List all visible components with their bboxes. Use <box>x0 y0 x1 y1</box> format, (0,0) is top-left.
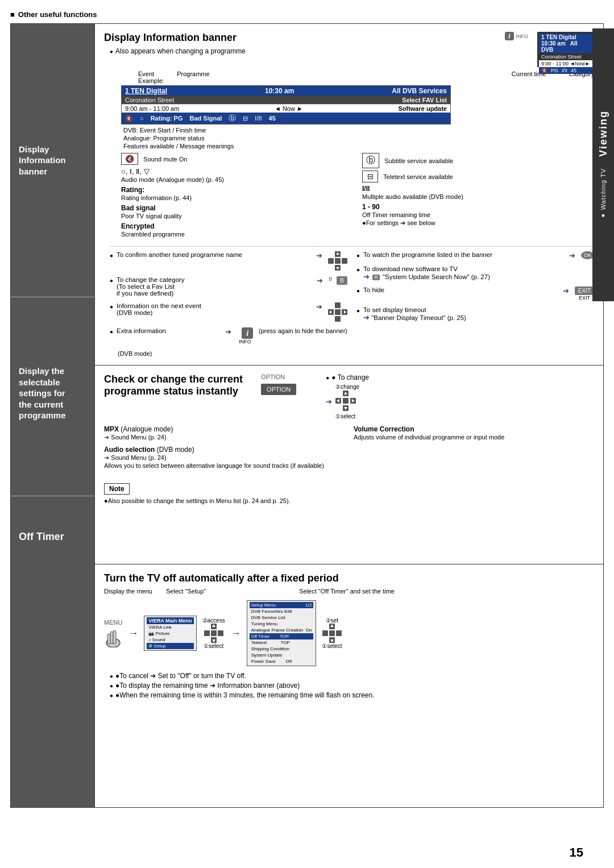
banner-signal: Bad Signal <box>190 115 222 122</box>
flow-dpad2: ②set ①select <box>322 617 342 649</box>
keys-section: To confirm another tuned programme name … <box>110 246 594 357</box>
audio-mode-symbol: ○, Ⅰ, Ⅱ, ▽ <box>121 167 150 176</box>
step2-label: Select "Setup" <box>166 588 206 595</box>
audio-sub: Sound Menu (p. 24) <box>111 454 166 461</box>
symbol-col-left: 🔇 Sound mute On ○, Ⅰ, Ⅱ, ▽ Audio mode (A… <box>121 153 353 240</box>
key-set-timeout: To set display timeout ➔ "Banner Display… <box>356 306 594 322</box>
banner-circle-icon: ○ <box>140 115 144 122</box>
content-area: Display Information banner Also appears … <box>95 24 603 807</box>
volume-label: Volume Correction <box>354 425 414 433</box>
arrow-icon: ➔ <box>316 251 322 260</box>
key-next-event: Information on the next event(DVB mode) … <box>110 302 347 322</box>
banner-ch: 1 TEN Digital <box>125 87 167 95</box>
key-download-software: To download new software to TV ➔ R "Syst… <box>356 265 594 281</box>
label-example: Example: <box>138 77 594 84</box>
sym-rating: Rating: Rating information (p. 44) <box>121 186 353 202</box>
banner-favlist: Select FAV List <box>402 97 447 103</box>
volume-detail: Adjusts volume of individual programme o… <box>354 434 504 441</box>
step1-label: Display the menu <box>104 588 152 595</box>
settings-left: MPX (Analogue mode) ➔ Sound Menu (p. 24)… <box>104 425 345 474</box>
r-button[interactable]: R <box>372 275 380 280</box>
rating-symbol: Rating: <box>121 186 144 194</box>
subtitle-symbol: ⓑ <box>362 153 379 168</box>
svg-rect-26 <box>107 634 110 644</box>
keys-col-right: To watch the programme listed in the ban… <box>356 251 594 357</box>
sym-audio: ○, Ⅰ, Ⅱ, ▽ Audio mode (Analogue mode) (p… <box>121 167 353 184</box>
b-button[interactable]: B <box>337 276 347 285</box>
section-off-timer: Turn the TV off automatically after a fi… <box>95 564 603 758</box>
key-confirm-text: To confirm another tuned programme name <box>117 251 310 258</box>
encrypted-symbol: Encrypted <box>121 222 155 230</box>
svg-rect-29 <box>204 630 210 636</box>
viera-item-1: 📷 Picture <box>147 630 193 637</box>
key-hide-text: To hide <box>363 286 557 293</box>
flow-arrow1: → <box>128 628 138 639</box>
off-timer-flow: MENU → VIERA Main Menu <box>104 600 594 666</box>
menu-button-group: MENU <box>104 619 122 647</box>
dpad-flow2-icon <box>322 624 342 643</box>
tv-banner-row4: 🔇PGI/II45 <box>539 67 592 74</box>
dpad-leftright-icon <box>328 302 347 322</box>
banner-mute-icon: 🔇 <box>125 115 133 122</box>
badsignal-symbol: Bad signal <box>121 204 156 212</box>
sym-mute: 🔇 Sound mute On <box>121 153 353 165</box>
change-dpad: ➔ ②change <box>326 384 369 420</box>
sidebar-display-settings-label: Display theselectablesettings forthe cur… <box>19 366 66 421</box>
viera-title: VIERA Main Menu <box>147 617 193 624</box>
sidebar-display-info-label: DisplayInformationbanner <box>19 144 66 177</box>
cancel-note: ●To cancel ➔ Set to "Off" or turn the TV… <box>110 672 594 680</box>
sym-badsignal: Bad signal Poor TV signal quality <box>121 204 353 220</box>
tv-screen: 1 TEN Digital 10:30 am All DVB Coronatio… <box>537 32 594 67</box>
sidebar-display-settings: Display theselectablesettings forthe cur… <box>11 297 94 496</box>
select1-label: ①select <box>204 643 223 649</box>
change-label-text: ②change <box>335 384 359 390</box>
viera-menu: VIERA Main Menu VIERA Link 📷 Picture ♪ S… <box>144 616 196 651</box>
sidebar-off-timer-label: Off Timer <box>19 530 64 543</box>
setup-item-2: Tuning Menu <box>250 621 314 627</box>
viera-item-2: ♪ Sound <box>147 637 193 643</box>
mute-label: Sound mute On <box>143 156 187 163</box>
remaining-note: ●To display the remaining time ➔ Informa… <box>110 682 594 690</box>
audio-selection-setting: Audio selection (DVB mode) ➔ Sound Menu … <box>104 446 345 470</box>
info-icon: i <box>505 32 514 40</box>
teletext-symbol: ⊟ <box>362 171 378 182</box>
info-button[interactable]: i <box>242 327 253 339</box>
sym-offtimer: 1 - 90 Off Timer remaining time ●For set… <box>362 203 594 227</box>
mpx-sub: Sound Menu (p. 24) <box>111 434 166 441</box>
page-number: 15 <box>570 845 583 860</box>
section1-title: Display Information banner <box>104 32 246 44</box>
setup-item-8: Power Save Off <box>250 658 314 665</box>
section-display-settings: Check or change the currentprogramme sta… <box>95 366 603 564</box>
banner-audio-icon: I/II <box>255 115 262 122</box>
key-category-text: To change the category(To select a Fav L… <box>117 276 311 297</box>
arrow-icon4: ➔ <box>225 327 231 336</box>
subtitle-label: Subtitle service available <box>384 157 453 164</box>
banner-time-range: 9:00 am - 11:00 am <box>125 105 179 112</box>
to-change-label: ● To change <box>326 373 369 381</box>
key-download-text: To download new software to TV ➔ R "Syst… <box>363 265 594 281</box>
section2-note: Note ●Also possible to change the settin… <box>104 479 594 505</box>
set-label: ②set <box>326 617 338 624</box>
multipleaudio-label: Multiple audio available (DVB mode) <box>362 193 463 200</box>
tv-banner-row2: Coronation Street <box>539 53 592 60</box>
option-label: OPTION <box>261 373 285 380</box>
setup-item-7: System Update <box>250 652 314 658</box>
arrow-to-dpad: ➔ <box>326 397 332 406</box>
settings-right: Volume Correction Adjusts volume of indi… <box>354 425 594 474</box>
sym-subtitle: ⓑ Subtitle service available <box>362 153 594 168</box>
exit-button[interactable]: EXIT <box>575 286 594 295</box>
banner-subtitle-icon: ⓑ <box>229 113 236 123</box>
svg-rect-3 <box>342 258 347 264</box>
note-label: Note <box>104 483 130 495</box>
dvb-note: DVB: Event Start / Finish time <box>123 127 594 134</box>
option-button[interactable]: OPTION <box>261 384 296 395</box>
key-extrainfo-text: Extra information <box>117 327 219 334</box>
section-header-text: Other useful functions <box>18 10 97 19</box>
setup-menu-group: Setup Menu1/2 DVB Favourites Edit DVB Se… <box>247 600 317 666</box>
key-extra-info: Extra information ➔ i INFO (press again … <box>110 327 347 344</box>
svg-rect-24 <box>110 632 113 644</box>
multipleaudio-symbol: I/II <box>362 185 370 193</box>
sidebar-display-info: DisplayInformationbanner <box>11 24 94 297</box>
symbol-col-right: ⓑ Subtitle service available ⊟ Teletext … <box>362 153 594 240</box>
tv-banner-row1: 1 TEN Digital 10:30 am All DVB <box>539 34 592 53</box>
